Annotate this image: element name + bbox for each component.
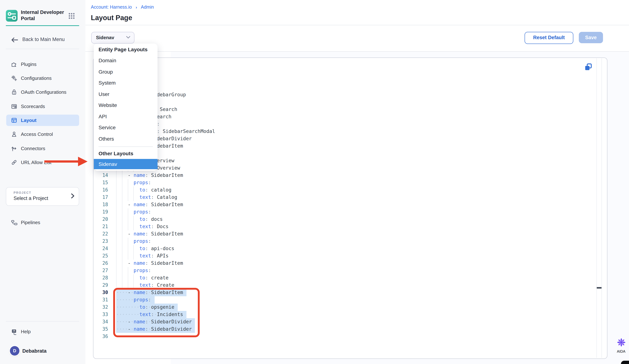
sidebar-item-access-control[interactable]: Access Control	[0, 128, 85, 140]
code-line[interactable]: ····-·name:·SidebarDivider	[116, 318, 192, 325]
code-line[interactable]: - name: SidebarItem	[116, 172, 183, 179]
code-line[interactable]: text: Catalog	[116, 194, 177, 201]
breadcrumb-admin[interactable]: Admin	[141, 4, 154, 10]
sidebar-item-configurations[interactable]: Configurations	[0, 73, 85, 84]
line-number: 34	[93, 318, 108, 325]
menu-item-service[interactable]: Service	[94, 122, 157, 133]
app-switcher-icon[interactable]	[68, 12, 75, 21]
line-number: 16	[93, 186, 108, 194]
code-line[interactable]: props:	[116, 238, 151, 245]
menu-item-domain[interactable]: Domain	[94, 55, 157, 66]
back-to-main-menu[interactable]: Back to Main Menu	[0, 35, 85, 45]
reset-default-button[interactable]: Reset Default	[525, 32, 573, 44]
code-line[interactable]: text: Create	[116, 281, 174, 289]
sidebar-item-plugins[interactable]: Plugins	[0, 58, 85, 70]
code-line[interactable]: ····-·name:·SidebarItem	[116, 289, 183, 296]
code-line[interactable]: to: create	[116, 274, 168, 281]
annotation-arrow-head	[78, 157, 88, 166]
line-number: 27	[93, 267, 108, 274]
code-line[interactable]: - name: SidebarItem	[116, 201, 183, 208]
user-avatar[interactable]: D	[10, 346, 19, 356]
scrollbar-marker[interactable]	[597, 287, 602, 289]
code-line[interactable]: text: APIs	[116, 252, 168, 259]
sidebar-item-help[interactable]: ? Help	[0, 326, 85, 337]
code-line[interactable]: - name: SidebarItem	[116, 259, 183, 267]
puzzle-icon	[11, 61, 17, 67]
sidebar-item-oauth-configurations[interactable]: OAuth Configurations	[0, 86, 85, 98]
layout-icon	[11, 117, 17, 123]
save-button[interactable]: Save	[579, 32, 603, 43]
code-line[interactable]: props:	[116, 208, 151, 216]
line-number: 19	[93, 208, 108, 216]
line-number: 33	[93, 311, 108, 318]
aida-widget[interactable]: AIDA	[613, 338, 629, 355]
code-line[interactable]: props:	[116, 267, 151, 274]
code-line[interactable]: ········text:·Incidents	[116, 311, 183, 318]
code-line[interactable]: ······props:	[116, 296, 151, 303]
line-number: 35	[93, 325, 108, 333]
scrollbar-track-line	[596, 58, 597, 358]
sidebar-item-label: Plugins	[21, 61, 36, 67]
line-number: 29	[93, 281, 108, 289]
line-number: 28	[93, 274, 108, 281]
lock-icon	[11, 89, 17, 95]
code-line[interactable]: to: docs	[116, 216, 163, 223]
code-line[interactable]: text: Docs	[116, 223, 168, 230]
menu-item-label: Sidenav	[99, 161, 117, 167]
line-number: 18	[93, 201, 108, 208]
line-number: 25	[93, 252, 108, 259]
code-line[interactable]: ········to:·opsgenie	[116, 303, 174, 311]
toolbar-divider	[85, 51, 629, 52]
back-arrow-icon	[11, 37, 18, 43]
line-number: 24	[93, 245, 108, 252]
gears-icon	[11, 75, 17, 81]
line-number: 22	[93, 230, 108, 238]
yaml-editor[interactable]: 1234567891011121314151617181920212223242…	[93, 57, 607, 359]
sidebar-item-scorecards[interactable]: Scorecards	[0, 101, 85, 112]
line-number: 14	[93, 172, 108, 179]
line-number: 23	[93, 238, 108, 245]
link-icon	[11, 159, 17, 165]
menu-item-label: Group	[99, 69, 113, 75]
sidebar-item-label: OAuth Configurations	[21, 89, 66, 95]
menu-item-others[interactable]: Others	[94, 133, 157, 145]
pipelines-label: Pipelines	[21, 220, 40, 225]
code-line[interactable]: to: catalog	[116, 186, 171, 194]
corner-overlay	[621, 361, 629, 364]
code-line[interactable]: props:	[116, 179, 151, 186]
user-name[interactable]: Debabrata	[22, 348, 46, 354]
sidebar-item-pipelines[interactable]: Pipelines	[0, 217, 85, 228]
menu-item-user[interactable]: User	[94, 89, 157, 100]
pipelines-icon	[11, 219, 17, 228]
menu-item-api[interactable]: API	[94, 111, 157, 122]
breadcrumb-account[interactable]: Account: Harness.io	[91, 4, 132, 10]
menu-item-system[interactable]: System	[94, 78, 157, 89]
project-selector[interactable]: PROJECT Select a Project	[6, 187, 79, 206]
menu-item-group[interactable]: Group	[94, 66, 157, 78]
copy-icon[interactable]	[584, 63, 592, 71]
menu-item-sidenav[interactable]: Sidenav	[94, 159, 157, 169]
line-number: 32	[93, 303, 108, 311]
sidebar-item-label: Scorecards	[21, 104, 45, 109]
sidebar-item-connectors[interactable]: Connectors	[0, 143, 85, 154]
sidebar-item-layout[interactable]: Layout	[0, 115, 85, 126]
chevron-down-icon	[126, 36, 130, 39]
back-label: Back to Main Menu	[22, 37, 65, 42]
page-title: Layout Page	[91, 14, 132, 22]
sidebar-item-label: Configurations	[21, 75, 52, 81]
menu-item-website[interactable]: Website	[94, 100, 157, 111]
code-line[interactable]: - name: SidebarItem	[116, 230, 183, 238]
help-icon: ?	[11, 329, 18, 337]
code-line[interactable]: to: api-docs	[116, 245, 174, 252]
menu-group-header: Other Layouts	[99, 150, 133, 156]
sidebar-divider-bottom	[6, 321, 79, 322]
line-number: 30	[93, 289, 108, 296]
annotation-arrow-shaft	[44, 160, 78, 163]
code-line[interactable]: ····-·name:·SidebarDivider	[116, 325, 192, 333]
menu-item-label: Website	[99, 102, 117, 108]
scorecard-icon	[11, 103, 17, 109]
project-label: PROJECT	[13, 191, 31, 194]
chevron-right-icon	[71, 193, 74, 199]
line-number: 17	[93, 194, 108, 201]
layout-type-select[interactable]: Sidenav	[91, 32, 135, 44]
